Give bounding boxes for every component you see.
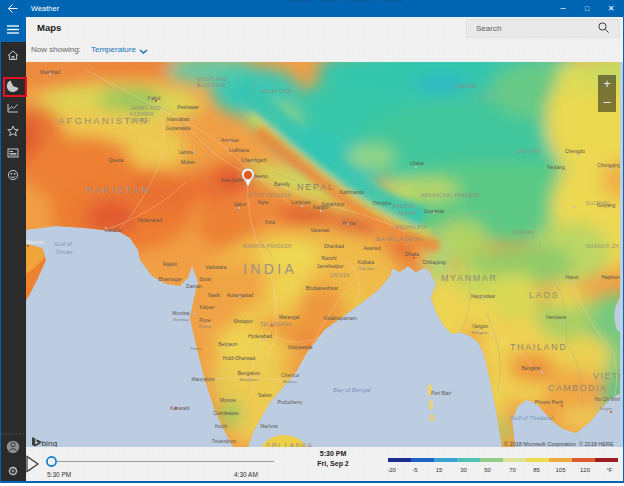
- svg-text:Gujranwala: Gujranwala: [166, 126, 191, 131]
- svg-text:Bengaluru: Bengaluru: [238, 371, 261, 376]
- svg-text:70: 70: [509, 467, 516, 473]
- svg-text:YUNNAN: YUNNAN: [512, 230, 534, 235]
- svg-text:Lucknow: Lucknow: [291, 200, 311, 205]
- svg-text:Guiyang: Guiyang: [597, 203, 615, 208]
- svg-text:Mumbai: Mumbai: [172, 311, 189, 316]
- svg-text:MADHYA PRADESH: MADHYA PRADESH: [243, 244, 292, 249]
- svg-text:ARUNACHAL PRADESH: ARUNACHAL PRADESH: [421, 193, 480, 198]
- svg-text:LAOS: LAOS: [529, 290, 559, 300]
- svg-text:Gulf of Thailand: Gulf of Thailand: [510, 415, 553, 421]
- svg-text:Bangkok: Bangkok: [521, 366, 541, 371]
- svg-text:Kochi: Kochi: [215, 424, 227, 429]
- svg-text:Coimbatore: Coimbatore: [213, 411, 239, 416]
- svg-text:15: 15: [436, 467, 443, 473]
- svg-text:Hanoi: Hanoi: [566, 275, 579, 280]
- svg-text:Hubli-Dharwad: Hubli-Dharwad: [223, 356, 256, 361]
- svg-text:120: 120: [580, 467, 591, 473]
- svg-text:Bay of Bengal: Bay of Bengal: [333, 387, 371, 393]
- svg-text:bing: bing: [41, 439, 57, 447]
- svg-text:KASHMIR: KASHMIR: [130, 112, 154, 117]
- svg-text:85: 85: [533, 467, 540, 473]
- svg-text:BANGLADESH: BANGLADESH: [376, 236, 423, 242]
- svg-text:Panaji: Panaji: [190, 346, 202, 351]
- svg-text:New Delhi: New Delhi: [221, 178, 243, 183]
- svg-text:4:30 AM: 4:30 AM: [234, 471, 258, 478]
- svg-text:5:30 PM: 5:30 PM: [47, 471, 71, 478]
- svg-text:Thimphu: Thimphu: [372, 201, 391, 206]
- svg-text:Varanasi: Varanasi: [311, 228, 330, 233]
- svg-text:Ludhiana: Ludhiana: [229, 148, 249, 153]
- svg-text:Rangoon: Rangoon: [472, 330, 490, 335]
- svg-text:Muscat: Muscat: [26, 239, 44, 245]
- svg-text:Mysore: Mysore: [220, 398, 236, 403]
- svg-text:Chittagong: Chittagong: [422, 260, 446, 265]
- svg-text:Bombay: Bombay: [173, 317, 189, 322]
- svg-text:Lahore: Lahore: [178, 150, 194, 155]
- svg-text:Vientiane: Vientiane: [546, 315, 567, 320]
- svg-text:Salem: Salem: [258, 393, 272, 398]
- svg-text:BALTISTAN: BALTISTAN: [197, 83, 225, 88]
- svg-text:Madras: Madras: [283, 379, 297, 384]
- svg-text:SICHUAN: SICHUAN: [517, 149, 541, 154]
- svg-text:Lhasa: Lhasa: [410, 161, 424, 166]
- svg-text:-5: -5: [412, 467, 418, 473]
- svg-text:Yangon: Yangon: [472, 324, 489, 329]
- svg-text:Saigon: Saigon: [599, 406, 613, 411]
- svg-text:Sholapur: Sholapur: [233, 319, 253, 324]
- svg-text:Visakhapatnam: Visakhapatnam: [323, 316, 357, 321]
- svg-text:50: 50: [484, 467, 491, 473]
- svg-text:Kavaratti: Kavaratti: [170, 406, 189, 411]
- svg-text:Multan: Multan: [181, 160, 196, 165]
- svg-text:Hyderabad: Hyderabad: [248, 334, 272, 339]
- svg-text:Gorakhpur: Gorakhpur: [321, 202, 344, 207]
- svg-text:30: 30: [460, 467, 467, 473]
- svg-text:Agra: Agra: [258, 200, 269, 205]
- svg-text:5:30 PM: 5:30 PM: [320, 450, 347, 457]
- svg-text:Vijayawada: Vijayawada: [288, 345, 313, 350]
- svg-text:105: 105: [555, 467, 566, 473]
- svg-text:QINGHAI: QINGHAI: [455, 84, 478, 89]
- svg-text:JAMMU AND: JAMMU AND: [130, 106, 161, 111]
- svg-text:Vadodara: Vadodara: [206, 265, 227, 270]
- svg-text:MYANMAR: MYANMAR: [441, 273, 498, 283]
- svg-text:Fri, Sep 2: Fri, Sep 2: [317, 460, 349, 468]
- svg-text:Chongqing: Chongqing: [597, 163, 621, 168]
- svg-text:Karachi: Karachi: [105, 228, 122, 233]
- svg-text:Patna: Patna: [343, 221, 356, 226]
- svg-text:MEGHALAYA: MEGHALAYA: [395, 225, 427, 230]
- svg-text:Chengdu: Chengdu: [565, 149, 585, 154]
- svg-text:Poona: Poona: [199, 324, 212, 329]
- svg-text:Kolkata: Kolkata: [358, 260, 375, 265]
- svg-text:TELANGANA: TELANGANA: [260, 322, 292, 327]
- svg-text:Asansol: Asansol: [363, 246, 380, 251]
- svg-text:°F: °F: [606, 467, 612, 473]
- svg-text:Phnom Penh: Phnom Penh: [535, 400, 564, 405]
- svg-text:Gulf of: Gulf of: [54, 241, 73, 247]
- svg-text:Dhanbad: Dhanbad: [324, 244, 344, 249]
- svg-text:BHUTAN: BHUTAN: [393, 204, 414, 209]
- svg-text:Kathmandu: Kathmandu: [339, 190, 364, 195]
- svg-text:Daman: Daman: [186, 284, 202, 289]
- svg-text:Jamshedpur: Jamshedpur: [317, 264, 344, 269]
- svg-text:-20: -20: [387, 467, 396, 473]
- svg-text:Meerut: Meerut: [252, 174, 268, 179]
- svg-text:Warangal: Warangal: [279, 315, 300, 320]
- svg-text:Kalyan: Kalyan: [200, 305, 215, 310]
- svg-text:NEPAL: NEPAL: [297, 182, 335, 192]
- svg-text:Jaipur: Jaipur: [233, 202, 247, 207]
- svg-text:Hyderabad: Hyderabad: [138, 218, 162, 223]
- svg-text:Islamabad: Islamabad: [167, 117, 190, 122]
- svg-text:AKSAI CHIN: AKSAI CHIN: [261, 89, 292, 94]
- svg-text:Kota: Kota: [265, 220, 275, 225]
- svg-text:UTTAR PRADESH: UTTAR PRADESH: [247, 193, 291, 198]
- svg-text:(STATE): (STATE): [130, 118, 150, 123]
- svg-text:Ho Chi Minh: Ho Chi Minh: [595, 397, 622, 402]
- svg-text:CAMBODIA: CAMBODIA: [548, 383, 607, 393]
- svg-text:Calcutta: Calcutta: [358, 266, 374, 271]
- svg-text:Puducherry: Puducherry: [277, 400, 303, 405]
- svg-text:INDIA: INDIA: [243, 261, 297, 277]
- svg-text:Neijiang: Neijiang: [547, 165, 565, 170]
- svg-text:PAKISTAN: PAKISTAN: [86, 184, 151, 195]
- svg-text:THAILAND: THAILAND: [510, 342, 567, 352]
- svg-text:Bhubaneshwar: Bhubaneshwar: [306, 286, 339, 291]
